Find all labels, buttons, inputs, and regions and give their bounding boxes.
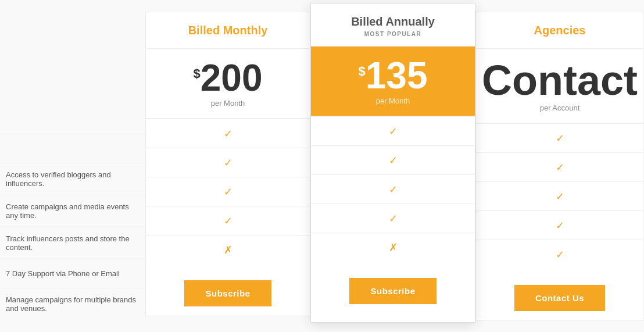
annually-check-5: ✗ [311,233,475,262]
monthly-title: Billed Monthly [152,24,304,37]
x-icon: ✗ [389,241,398,254]
monthly-header: Billed Monthly [146,12,310,49]
monthly-price-amount: $200 [152,59,304,97]
annually-header: Billed Annually MOST POPULAR [311,3,475,47]
checkmark-icon: ✓ [389,183,398,196]
agencies-contact-label: Contact [482,59,638,101]
annually-price-number: $135 [358,55,427,97]
agencies-contact-button[interactable]: Contact Us [514,285,605,311]
agencies-price-per: per Account [482,103,638,112]
annually-check-4: ✓ [311,204,475,233]
agencies-check-2: ✓ [476,152,643,181]
checkmark-icon: ✓ [556,161,564,174]
monthly-check-5: ✗ [146,235,310,264]
agencies-check-1: ✓ [476,123,643,152]
annually-check-2: ✓ [311,145,475,174]
annually-price-sup: $ [358,64,365,78]
feature-text-3: Track influencers posts and store the co… [6,234,139,252]
monthly-check-4: ✓ [146,206,310,235]
agencies-check-4: ✓ [476,210,643,240]
annually-price-amount: $135 [317,57,469,94]
checkmark-icon: ✓ [389,125,398,138]
feature-row-empty [0,134,145,163]
monthly-check-1: ✓ [146,119,310,148]
x-icon: ✗ [224,244,232,256]
checkmark-icon: ✓ [556,132,564,145]
plan-annually: Billed Annually MOST POPULAR $135 per Mo… [310,3,475,323]
checkmark-icon: ✓ [556,219,564,232]
monthly-action: Subscribe [146,264,310,316]
monthly-check-3: ✓ [146,177,310,206]
features-column: Access to verified bloggers and influenc… [0,12,145,320]
annually-price-box: $135 per Month [311,47,475,116]
agencies-title: Agencies [482,24,638,37]
agencies-action: Contact Us [476,269,643,320]
agencies-check-5: ✓ [476,240,643,269]
feature-row-2: Create campaigns and media events any ti… [0,195,145,227]
most-popular-badge: MOST POPULAR [317,31,469,37]
annually-title: Billed Annually [317,15,469,28]
plan-agencies: Agencies Contact per Account ✓ ✓ ✓ ✓ ✓ C… [475,12,644,321]
checkmark-icon: ✓ [389,154,398,167]
checkmark-icon: ✓ [556,190,564,203]
feature-row-3: Track influencers posts and store the co… [0,227,145,259]
agencies-header: Agencies [476,12,643,49]
feature-text-5: Manage campaigns for multiple brands and… [6,295,139,313]
monthly-subscribe-button[interactable]: Subscribe [184,280,271,306]
monthly-check-2: ✓ [146,148,310,177]
agencies-price-box: Contact per Account [476,49,643,123]
agencies-check-3: ✓ [476,181,643,210]
checkmark-icon: ✓ [224,156,232,169]
annually-subscribe-button[interactable]: Subscribe [349,278,436,304]
annually-action: Subscribe [311,262,475,313]
plan-monthly: Billed Monthly $200 per Month ✓ ✓ ✓ ✓ ✗ … [145,12,310,316]
checkmark-icon: ✓ [389,212,398,225]
feature-row-5: Manage campaigns for multiple brands and… [0,288,145,320]
monthly-price-number: $200 [193,57,262,99]
feature-row-4: 7 Day Support via Phone or Email [0,259,145,288]
checkmark-icon: ✓ [224,215,232,227]
feature-row-1: Access to verified bloggers and influenc… [0,163,145,195]
checkmark-icon: ✓ [556,248,564,261]
feature-text-1: Access to verified bloggers and influenc… [6,170,139,188]
feature-text-2: Create campaigns and media events any ti… [6,202,139,220]
annually-check-3: ✓ [311,174,475,204]
feature-text-4: 7 Day Support via Phone or Email [6,269,120,278]
checkmark-icon: ✓ [224,185,232,198]
monthly-price-box: $200 per Month [146,49,310,119]
pricing-wrapper: Access to verified bloggers and influenc… [0,0,644,332]
annually-check-1: ✓ [311,116,475,145]
monthly-price-per: per Month [152,99,304,108]
monthly-price-sup: $ [193,66,200,81]
annually-price-per: per Month [317,97,469,105]
checkmark-icon: ✓ [224,127,232,140]
